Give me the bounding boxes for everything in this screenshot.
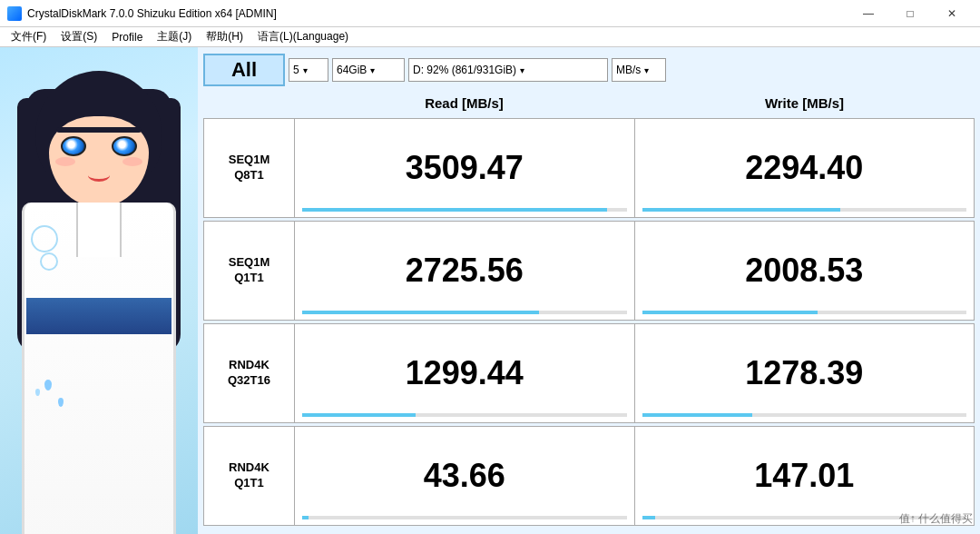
data-row-rnd4k-q32t16: RND4K Q32T16 1299.44 1278.39 [203, 323, 975, 423]
read-bar-seq1m-q1t1 [302, 311, 539, 314]
menu-file[interactable]: 文件(F) [4, 27, 54, 46]
data-row-rnd4k-q1t1: RND4K Q1T1 43.66 147.01 [203, 426, 975, 526]
data-row-seq1m-q8t1: SEQ1M Q8T1 3509.47 2294.40 [203, 118, 975, 218]
menu-language[interactable]: 语言(L)(Language) [250, 27, 356, 46]
row-label-seq1m-q8t1: SEQ1M Q8T1 [204, 119, 295, 217]
mouth [88, 169, 110, 182]
controls-row: All 5 64GiB D: 92% (861/931GiB) MB/s [203, 53, 975, 87]
unit-dropdown[interactable]: MB/s [612, 58, 666, 82]
blush-right [122, 157, 142, 166]
row-write-rnd4k-q1t1: 147.01 [635, 427, 975, 525]
watermark: 值↑ 什么值得买 [899, 511, 973, 527]
write-bar-seq1m-q1t1 [642, 311, 818, 314]
runs-dropdown[interactable]: 5 [289, 58, 328, 82]
row-label-rnd4k-q1t1: RND4K Q1T1 [204, 427, 295, 525]
character-panel [0, 47, 198, 534]
main-content: All 5 64GiB D: 92% (861/931GiB) MB/s Rea… [0, 47, 980, 534]
kimono-collar [76, 203, 122, 257]
row-write-seq1m-q8t1: 2294.40 [635, 119, 975, 217]
blush-left [55, 157, 75, 166]
row-label-seq1m-q1t1: SEQ1M Q1T1 [204, 222, 295, 320]
read-bar-container-rnd4k-q1t1 [302, 516, 627, 519]
kimono-sash [26, 298, 172, 334]
write-bar-rnd4k-q1t1 [642, 516, 655, 519]
read-bar-seq1m-q8t1 [302, 208, 607, 212]
menu-profile[interactable]: Profile [104, 29, 150, 45]
menu-settings[interactable]: 设置(S) [54, 27, 104, 46]
col-write-label: Write [MB/s] [634, 95, 975, 111]
eye-right [112, 136, 137, 156]
size-dropdown[interactable]: 64GiB [332, 58, 405, 82]
close-button[interactable]: ✕ [931, 0, 973, 27]
row-read-seq1m-q1t1: 2725.56 [295, 222, 635, 320]
title-controls: — □ ✕ [848, 0, 973, 27]
title-bar: CrystalDiskMark 7.0.0 Shizuku Edition x6… [0, 0, 980, 27]
row-read-seq1m-q8t1: 3509.47 [295, 119, 635, 217]
kimono-pattern-1 [31, 225, 58, 252]
read-bar-container-seq1m-q1t1 [302, 311, 627, 314]
title-bar-left: CrystalDiskMark 7.0.0 Shizuku Edition x6… [7, 6, 277, 21]
eye-left [61, 136, 86, 156]
col-read-label: Read [MB/s] [294, 95, 634, 111]
read-bar-rnd4k-q1t1 [302, 516, 309, 519]
app-icon [7, 6, 22, 21]
write-bar-container-seq1m-q1t1 [642, 311, 967, 314]
read-bar-container-seq1m-q8t1 [302, 208, 627, 212]
row-write-seq1m-q1t1: 2008.53 [635, 222, 975, 320]
write-bar-rnd4k-q32t16 [642, 413, 753, 417]
write-bar-seq1m-q8t1 [642, 208, 840, 212]
menu-theme[interactable]: 主题(J) [150, 27, 199, 46]
row-label-rnd4k-q32t16: RND4K Q32T16 [204, 324, 295, 422]
data-rows: SEQ1M Q8T1 3509.47 2294.40 SEQ1M Q1T1 27… [203, 118, 975, 529]
row-write-rnd4k-q32t16: 1278.39 [635, 324, 975, 422]
write-bar-container-seq1m-q8t1 [642, 208, 967, 212]
read-bar-container-rnd4k-q32t16 [302, 413, 627, 417]
menu-bar: 文件(F) 设置(S) Profile 主题(J) 帮助(H) 语言(L)(La… [0, 27, 980, 47]
column-headers: Read [MB/s] Write [MB/s] [203, 91, 975, 114]
row-read-rnd4k-q1t1: 43.66 [295, 427, 635, 525]
read-bar-rnd4k-q32t16 [302, 413, 416, 417]
row-read-rnd4k-q32t16: 1299.44 [295, 324, 635, 422]
minimize-button[interactable]: — [848, 0, 889, 27]
benchmark-panel: All 5 64GiB D: 92% (861/931GiB) MB/s Rea… [198, 47, 980, 534]
character-background [0, 47, 198, 534]
data-row-seq1m-q1t1: SEQ1M Q1T1 2725.56 2008.53 [203, 221, 975, 321]
window-title: CrystalDiskMark 7.0.0 Shizuku Edition x6… [27, 7, 277, 20]
menu-help[interactable]: 帮助(H) [199, 27, 250, 46]
all-button[interactable]: All [203, 54, 285, 86]
character-figure [8, 71, 190, 534]
kimono-pattern-2 [40, 252, 58, 271]
drive-dropdown[interactable]: D: 92% (861/931GiB) [408, 58, 608, 82]
maximize-button[interactable]: □ [889, 0, 931, 27]
write-bar-container-rnd4k-q32t16 [642, 413, 967, 417]
